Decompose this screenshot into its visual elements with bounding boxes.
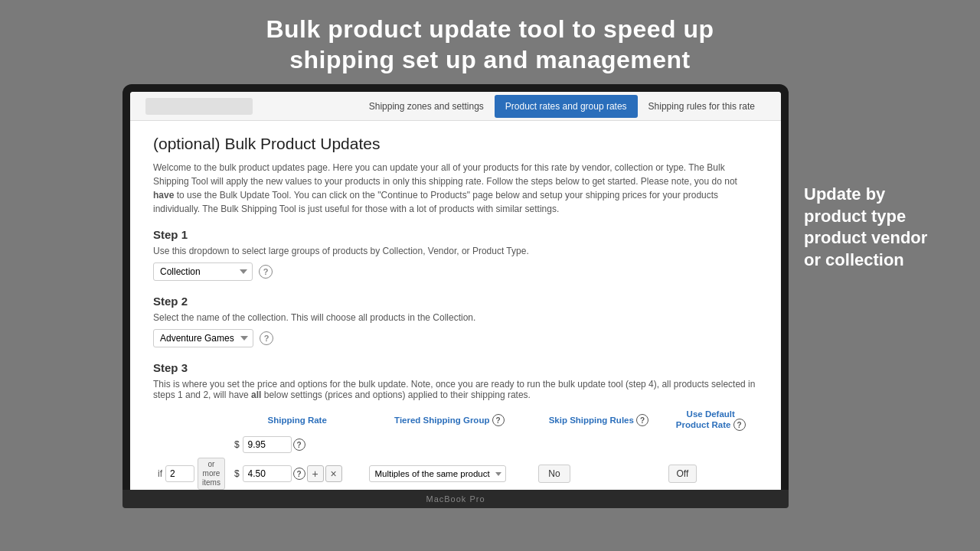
step3-section: Step 3 This is where you set the price a… bbox=[153, 361, 758, 490]
step3-table: Shipping Rate Tiered Shipping Group ? Sk… bbox=[153, 406, 758, 490]
annotation-line1: Update by bbox=[804, 184, 957, 206]
row2-price-group: $ ? + × bbox=[234, 465, 361, 482]
annotation-line2: product type bbox=[804, 206, 957, 228]
row2-add-btn[interactable]: + bbox=[307, 465, 324, 482]
content-area: (optional) Bulk Product Updates Welcome … bbox=[130, 121, 781, 490]
step2-dropdown[interactable]: Adventure Games Board Games Card Games bbox=[153, 329, 253, 347]
skip-rules-btn[interactable]: No bbox=[538, 465, 570, 483]
annotation-line3: product vendor bbox=[804, 227, 957, 249]
tiered-group-help-icon[interactable]: ? bbox=[492, 414, 505, 426]
table-row-1: $ ? bbox=[153, 434, 758, 455]
table-row-2: if or more items bbox=[153, 455, 758, 490]
laptop-brand: MacBook Pro bbox=[426, 494, 485, 504]
step1-heading: Step 1 bbox=[153, 228, 758, 241]
row1-price-help-icon[interactable]: ? bbox=[293, 439, 305, 451]
col-tiered-group: Tiered Shipping Group ? bbox=[364, 406, 534, 434]
sidebar-annotation: Update by product type product vendor or… bbox=[804, 184, 957, 271]
row1-price-group: $ ? bbox=[234, 436, 361, 453]
step1-dropdown-row: Collection Vendor Product Type ? bbox=[153, 262, 758, 281]
qty-input[interactable] bbox=[165, 465, 194, 482]
tab-shipping-rules[interactable]: Shipping rules for this rate bbox=[638, 95, 766, 118]
step2-help-icon[interactable]: ? bbox=[260, 331, 273, 345]
col-shipping-rate: Shipping Rate bbox=[230, 406, 365, 434]
step3-desc: This is where you set the price and opti… bbox=[153, 379, 758, 400]
row1-price-input[interactable] bbox=[243, 436, 292, 453]
row2-price-help-icon[interactable]: ? bbox=[293, 468, 305, 480]
tab-product-rates[interactable]: Product rates and group rates bbox=[495, 95, 638, 118]
step3-heading: Step 3 bbox=[153, 361, 758, 374]
use-default-help-icon[interactable]: ? bbox=[733, 419, 746, 431]
row2-price-input[interactable] bbox=[243, 465, 292, 482]
tiered-dropdown[interactable]: Multiples of the same product All produc… bbox=[369, 465, 506, 482]
header-line1: Bulk product update tool to speed up bbox=[107, 14, 873, 44]
step2-desc: Select the name of the collection. This … bbox=[153, 312, 758, 323]
or-more-line2: items bbox=[202, 478, 220, 487]
page-title: (optional) Bulk Product Updates bbox=[153, 135, 758, 153]
or-more-line1: or more bbox=[202, 460, 220, 478]
laptop-base: MacBook Pro bbox=[122, 490, 789, 508]
header-logo-placeholder bbox=[145, 98, 253, 115]
nav-tabs: Shipping zones and settings Product rate… bbox=[130, 92, 781, 121]
intro-text: Welcome to the bulk product updates page… bbox=[153, 161, 758, 216]
if-qty-cell: if or more items bbox=[158, 458, 225, 490]
page-wrapper: Bulk product update tool to speed up shi… bbox=[0, 0, 980, 551]
skip-rules-help-icon[interactable]: ? bbox=[636, 414, 648, 426]
or-more-badge: or more items bbox=[198, 458, 225, 490]
laptop-screen-bezel: Shipping zones and settings Product rate… bbox=[122, 84, 789, 490]
step1-help-icon[interactable]: ? bbox=[259, 265, 273, 279]
annotation-line4: or collection bbox=[804, 249, 957, 272]
if-label: if bbox=[158, 468, 162, 479]
step2-section: Step 2 Select the name of the collection… bbox=[153, 295, 758, 347]
step1-desc: Use this dropdown to select large groups… bbox=[153, 246, 758, 256]
header-line2: shipping set up and management bbox=[107, 44, 873, 75]
row2-remove-btn[interactable]: × bbox=[325, 465, 342, 482]
laptop-screen: Shipping zones and settings Product rate… bbox=[130, 92, 781, 490]
use-default-btn[interactable]: Off bbox=[668, 465, 697, 483]
step2-dropdown-row: Adventure Games Board Games Card Games ? bbox=[153, 329, 758, 347]
tab-shipping-zones[interactable]: Shipping zones and settings bbox=[358, 95, 495, 118]
page-header: Bulk product update tool to speed up shi… bbox=[0, 0, 980, 86]
step1-dropdown[interactable]: Collection Vendor Product Type bbox=[153, 262, 253, 281]
col-use-default: Use DefaultProduct Rate ? bbox=[664, 406, 758, 434]
step2-heading: Step 2 bbox=[153, 295, 758, 308]
col-skip-rules: Skip Shipping Rules ? bbox=[534, 406, 663, 434]
laptop-container: Shipping zones and settings Product rate… bbox=[122, 84, 789, 528]
step1-section: Step 1 Use this dropdown to select large… bbox=[153, 228, 758, 281]
